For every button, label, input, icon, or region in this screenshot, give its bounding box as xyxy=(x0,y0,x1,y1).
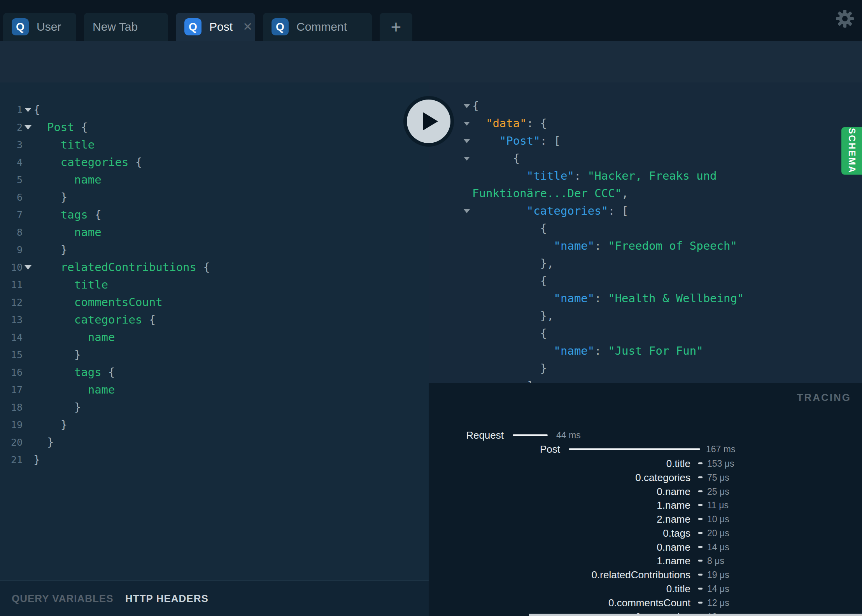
response-line: "data": { xyxy=(429,115,862,132)
response-line: "name": "Freedom of Speech" xyxy=(429,237,862,255)
code-text: "title": "Hacker, Freaks und xyxy=(472,167,717,185)
fold-arrow-icon[interactable] xyxy=(23,101,33,119)
horizontal-scrollbar[interactable] xyxy=(529,614,862,616)
code-token xyxy=(33,366,74,379)
trace-label: Post xyxy=(540,443,560,455)
trace-row: 1.name11 μs xyxy=(429,499,862,511)
code-text: name xyxy=(33,224,102,241)
tab-user[interactable]: QUser xyxy=(3,13,76,41)
response-pane[interactable]: { "data": { "Post": [ { "title": "Hacker… xyxy=(429,82,862,383)
editor-line: 10 relatedContributions { xyxy=(0,259,429,276)
chevron-down-icon xyxy=(464,122,470,126)
code-text: { xyxy=(472,325,547,342)
tab-new-tab[interactable]: New Tab xyxy=(84,13,168,41)
query-variables-tab[interactable]: QUERY VARIABLES xyxy=(12,593,114,605)
code-text: title xyxy=(33,276,108,294)
fold-arrow-icon[interactable] xyxy=(461,115,472,132)
code-text: Funktionäre...Der CCC", xyxy=(472,185,629,202)
code-token: : [ xyxy=(608,204,628,217)
code-text: } xyxy=(33,241,67,259)
editor-line: 16 tags { xyxy=(0,364,429,381)
editor-line: 8 name xyxy=(0,224,429,241)
fold-spacer xyxy=(23,416,33,434)
code-text: relatedContributions { xyxy=(33,259,210,276)
code-text: } xyxy=(33,189,67,206)
line-number: 10 xyxy=(0,259,23,276)
response-line: } xyxy=(429,360,862,377)
response-line: }, xyxy=(429,255,862,272)
query-editor-pane[interactable]: 1{2 Post {3 title4 categories {5 name6 }… xyxy=(0,82,429,580)
code-token xyxy=(472,239,554,252)
query-badge-icon: Q xyxy=(12,18,29,35)
code-token: : xyxy=(594,344,608,357)
code-token: : { xyxy=(527,117,547,130)
code-token xyxy=(33,226,74,239)
close-tab-icon[interactable]: ✕ xyxy=(243,21,252,33)
trace-label: 0.name xyxy=(657,541,690,553)
response-line: { xyxy=(429,150,862,167)
fold-spacer xyxy=(461,255,472,272)
editor-line: 13 categories { xyxy=(0,311,429,329)
code-text: categories { xyxy=(33,311,156,329)
trace-time: 44 ms xyxy=(556,429,581,441)
tab-post[interactable]: QPost✕ xyxy=(176,13,255,41)
fold-arrow-icon[interactable] xyxy=(23,259,33,276)
code-text: }, xyxy=(472,307,554,325)
editor-line: 11 title xyxy=(0,276,429,294)
fold-arrow-icon[interactable] xyxy=(461,150,472,167)
editor-line: 19 } xyxy=(0,416,429,434)
fold-arrow-icon[interactable] xyxy=(23,119,33,136)
editor-line: 14 name xyxy=(0,329,429,346)
code-token: } xyxy=(33,191,67,204)
code-text: } xyxy=(33,416,67,434)
fold-spacer xyxy=(461,167,472,185)
trace-time: 20 μs xyxy=(707,527,729,539)
trace-row: 0.relatedContributions19 μs xyxy=(429,569,862,581)
toolbar: PRETTIFY HISTORY COPY CURL SHARE PLAYGRO… xyxy=(0,41,862,82)
http-headers-tab[interactable]: HTTP HEADERS xyxy=(125,593,208,605)
schema-tab[interactable]: SCHEMA xyxy=(841,127,862,175)
editor-line: 15 } xyxy=(0,346,429,364)
trace-row: 2.name10 μs xyxy=(429,513,862,525)
code-token xyxy=(472,204,527,217)
code-token: "Freedom of Speech" xyxy=(608,239,737,252)
tab-comment[interactable]: QComment xyxy=(263,13,372,41)
code-token: { xyxy=(540,222,547,235)
code-text: "Post": [ xyxy=(472,132,561,150)
chevron-down-icon xyxy=(25,108,32,112)
trace-dash xyxy=(698,518,703,520)
code-token: name xyxy=(88,383,115,396)
fold-arrow-icon[interactable] xyxy=(461,202,472,220)
new-tab-button[interactable]: + xyxy=(380,13,412,41)
fold-spacer xyxy=(23,189,33,206)
trace-label: 0.name xyxy=(657,486,690,497)
code-token: { xyxy=(74,121,88,134)
execute-query-button[interactable] xyxy=(403,96,454,147)
code-token: } xyxy=(33,436,54,449)
editor-line: 3 title xyxy=(0,136,429,154)
code-token: ] xyxy=(527,379,533,383)
fold-arrow-icon[interactable] xyxy=(461,97,472,115)
fold-arrow-icon[interactable] xyxy=(461,132,472,150)
code-token: tags xyxy=(74,366,102,379)
variables-bar: QUERY VARIABLES HTTP HEADERS xyxy=(0,580,429,616)
code-token: "Health & Wellbeing" xyxy=(608,292,744,305)
code-token xyxy=(472,309,540,322)
tab-label: New Tab xyxy=(93,20,138,33)
fold-spacer xyxy=(461,377,472,383)
code-text: "name": "Just For Fun" xyxy=(472,342,703,360)
response-line: Funktionäre...Der CCC", xyxy=(429,185,862,202)
tab-bar: QUserNew TabQPost✕QComment+ xyxy=(0,0,862,41)
code-token: , xyxy=(622,187,628,200)
trace-row: Request44 ms xyxy=(429,429,862,441)
code-token: "Hacker, Freaks und xyxy=(588,169,717,182)
line-number: 5 xyxy=(0,171,23,189)
fold-spacer xyxy=(23,171,33,189)
fold-spacer xyxy=(23,241,33,259)
tracing-panel[interactable]: TRACING Request44 msPost167 ms0.title153… xyxy=(429,383,862,616)
editor-line: 2 Post { xyxy=(0,119,429,136)
settings-gear-icon[interactable] xyxy=(836,9,854,28)
code-token xyxy=(472,274,540,287)
fold-spacer xyxy=(23,224,33,241)
trace-row: 0.commentsCount12 μs xyxy=(429,597,862,609)
